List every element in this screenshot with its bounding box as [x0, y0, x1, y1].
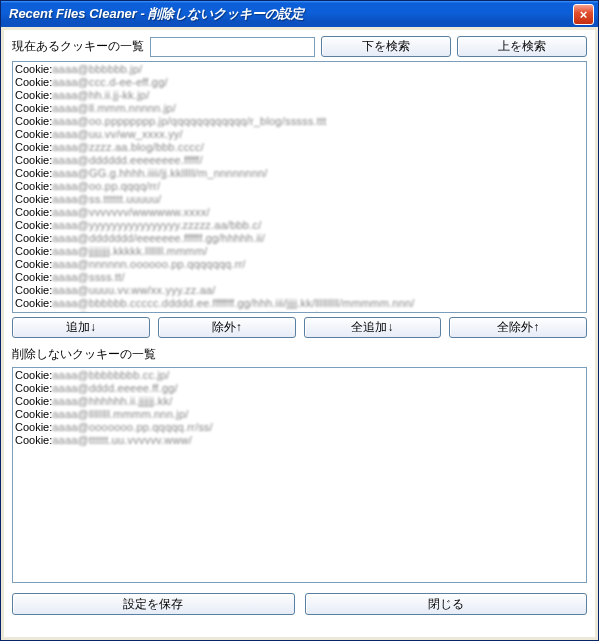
footer-button-row: 設定を保存 閉じる [12, 593, 587, 615]
list-item[interactable]: Cookie:aaaa@zzzz.aa.blog/bbb.cccc/ [15, 141, 584, 154]
remove-all-button[interactable]: 全除外↑ [449, 317, 587, 338]
keep-cookies-label: 削除しないクッキーの一覧 [12, 346, 587, 363]
list-item[interactable]: Cookie:aaaa@ooooooo.pp.qqqqq.rr/ss/ [15, 421, 584, 434]
list-item[interactable]: Cookie:aaaa@ssss.tt/ [15, 271, 584, 284]
window: Recent Files Cleaner - 削除しないクッキーの設定 × 現在… [0, 0, 599, 641]
close-button[interactable]: 閉じる [305, 593, 588, 615]
search-up-button[interactable]: 上を検索 [457, 36, 587, 57]
list-item[interactable]: Cookie:aaaa@nnnnnn.oooooo.pp.qqqqqqq.rr/ [15, 258, 584, 271]
list-item[interactable]: Cookie:aaaa@oo.pppppppp.jp/qqqqqqqqqqqq/… [15, 115, 584, 128]
list-item[interactable]: Cookie:aaaa@ss.tttttt.uuuuu/ [15, 193, 584, 206]
close-icon[interactable]: × [573, 4, 594, 25]
list-item[interactable]: Cookie:aaaa@ddddddd/eeeeeee.ffffff.gg/hh… [15, 232, 584, 245]
list-item[interactable]: Cookie:aaaa@ccc.d-ee-eff.gg/ [15, 76, 584, 89]
list-item[interactable]: Cookie:aaaa@hh.ii.jj-kk.jp/ [15, 89, 584, 102]
window-title: Recent Files Cleaner - 削除しないクッキーの設定 [9, 5, 573, 23]
keep-cookies-listbox[interactable]: Cookie:aaaa@bbbbbbbb.cc.jp/Cookie:aaaa@d… [12, 367, 587, 583]
list-item[interactable]: Cookie:aaaa@jjjjjjjj.kkkkk.lllllll.mmmm/ [15, 245, 584, 258]
current-cookies-listbox[interactable]: Cookie:aaaa@bbbbbb.jp/Cookie:aaaa@ccc.d-… [12, 61, 587, 313]
list-item[interactable]: Cookie:aaaa@uuuu.vv.ww/xx.yyy.zz.aa/ [15, 284, 584, 297]
add-all-button[interactable]: 全追加↓ [304, 317, 442, 338]
list-item[interactable]: Cookie:aaaa@ll.mmm.nnnnn.jp/ [15, 102, 584, 115]
current-cookies-label: 現在あるクッキーの一覧 [12, 38, 144, 55]
transfer-button-row: 追加↓ 除外↑ 全追加↓ 全除外↑ [12, 317, 587, 338]
save-settings-button[interactable]: 設定を保存 [12, 593, 295, 615]
list-item[interactable]: Cookie:aaaa@uu.vv/ww_xxxx.yy/ [15, 128, 584, 141]
list-item[interactable]: Cookie:aaaa@vvvvvvv/wwwwww.xxxx/ [15, 206, 584, 219]
list-item[interactable]: Cookie:aaaa@oo.pp.qqqq/rr/ [15, 180, 584, 193]
search-row: 現在あるクッキーの一覧 下を検索 上を検索 [12, 36, 587, 57]
search-down-button[interactable]: 下を検索 [321, 36, 451, 57]
add-button[interactable]: 追加↓ [12, 317, 150, 338]
list-item[interactable]: Cookie:aaaa@GG.g.hhhh.iiii/jj.kklllll/m_… [15, 167, 584, 180]
titlebar[interactable]: Recent Files Cleaner - 削除しないクッキーの設定 × [1, 1, 598, 27]
list-item[interactable]: Cookie:aaaa@ooooooooo.ppppppp.qq.rrrrr.s… [15, 310, 584, 313]
list-item[interactable]: Cookie:aaaa@llllllll.mmmm.nnn.jp/ [15, 408, 584, 421]
remove-button[interactable]: 除外↑ [158, 317, 296, 338]
list-item[interactable]: Cookie:aaaa@tttttt.uu.vvvvvv.www/ [15, 434, 584, 447]
list-item[interactable]: Cookie:aaaa@bbbbbb.ccccc.ddddd.ee.ffffff… [15, 297, 584, 310]
list-item[interactable]: Cookie:aaaa@dddd.eeeee.ff.gg/ [15, 382, 584, 395]
list-item[interactable]: Cookie:aaaa@bbbbbb.jp/ [15, 63, 584, 76]
list-item[interactable]: Cookie:aaaa@yyyyyyyyyyyyyyyy.zzzzz.aa/bb… [15, 219, 584, 232]
list-item[interactable]: Cookie:aaaa@hhhhhh.ii.jjjjjj.kk/ [15, 395, 584, 408]
list-item[interactable]: Cookie:aaaa@bbbbbbbb.cc.jp/ [15, 369, 584, 382]
list-item[interactable]: Cookie:aaaa@dddddd.eeeeeeee.fffff/ [15, 154, 584, 167]
search-input[interactable] [150, 37, 315, 57]
client-area: 現在あるクッキーの一覧 下を検索 上を検索 Cookie:aaaa@bbbbbb… [4, 30, 595, 637]
